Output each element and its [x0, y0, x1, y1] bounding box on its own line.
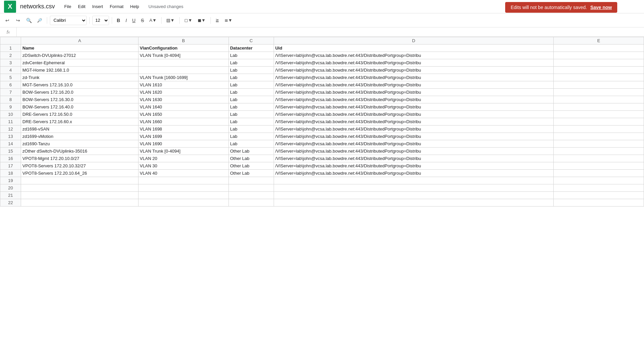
cell-e-10[interactable]	[554, 111, 644, 118]
cell-b-10[interactable]: VLAN 1650	[138, 111, 228, 118]
cell-c-9[interactable]: Lab	[228, 103, 274, 111]
cell-b-22[interactable]	[138, 199, 228, 206]
menu-format[interactable]: Format	[107, 3, 126, 10]
col-header-a[interactable]: A	[21, 37, 139, 45]
cell-d-12[interactable]: /VIServer=lab\john@vcsa.lab.bowdre.net:4…	[274, 125, 554, 133]
cell-c-5[interactable]: Lab	[228, 74, 274, 81]
cell-d-3[interactable]: /VIServer=lab\john@vcsa.lab.bowdre.net:4…	[274, 59, 554, 67]
cell-d-11[interactable]: /VIServer=lab\john@vcsa.lab.bowdre.net:4…	[274, 118, 554, 125]
fill-color-button[interactable]: ▨▼	[164, 16, 177, 25]
cell-a-22[interactable]	[21, 199, 139, 206]
cell-d-16[interactable]: /VIServer=lab\john@vcsa.lab.bowdre.net:4…	[274, 155, 554, 162]
cell-a-2[interactable]: zDSwitch-DVUplinks-27012	[21, 52, 139, 59]
col-header-d[interactable]: D	[274, 37, 554, 45]
cell-c-17[interactable]: Other Lab	[228, 162, 274, 170]
cell-a-9[interactable]: BOW-Servers 172.16.40.0	[21, 103, 139, 111]
cell-c-8[interactable]: Lab	[228, 96, 274, 103]
cell-d-2[interactable]: /VIServer=lab\john@vcsa.lab.bowdre.net:4…	[274, 52, 554, 59]
cell-b-19[interactable]	[138, 177, 228, 184]
cell-d-8[interactable]: /VIServer=lab\john@vcsa.lab.bowdre.net:4…	[274, 96, 554, 103]
menu-edit[interactable]: Edit	[75, 3, 88, 10]
cell-b-5[interactable]: VLAN Trunk [1600-1699]	[138, 74, 228, 81]
cell-e-7[interactable]	[554, 89, 644, 96]
cell-e-20[interactable]	[554, 184, 644, 192]
text-color-button[interactable]: A▼	[147, 16, 159, 25]
cell-a-3[interactable]: zdvCenter-Ephemeral	[21, 59, 139, 67]
cell-a-5[interactable]: zd-Trunk	[21, 74, 139, 81]
align-button[interactable]: ≣▼	[222, 16, 235, 25]
cell-d-21[interactable]	[274, 192, 554, 199]
cell-a-19[interactable]	[21, 177, 139, 184]
underline-button[interactable]: U	[130, 16, 137, 25]
cell-b-11[interactable]: VLAN 1660	[138, 118, 228, 125]
cell-d-20[interactable]	[274, 184, 554, 192]
spreadsheet[interactable]: A B C D E 1NameVlanConfigurationDatacent…	[0, 37, 644, 336]
cell-c-15[interactable]: Other Lab	[228, 148, 274, 155]
cell-a-21[interactable]	[21, 192, 139, 199]
italic-button[interactable]: I	[123, 16, 129, 25]
cell-e-19[interactable]	[554, 177, 644, 184]
cell-a-7[interactable]: BOW-Servers 172.16.20.0	[21, 89, 139, 96]
cell-e-22[interactable]	[554, 199, 644, 206]
cell-a-1[interactable]: Name	[21, 45, 139, 52]
cell-a-11[interactable]: DRE-Servers 172.16.60.x	[21, 118, 139, 125]
cell-e-12[interactable]	[554, 125, 644, 133]
cell-e-17[interactable]	[554, 162, 644, 170]
cell-a-10[interactable]: DRE-Servers 172.16.50.0	[21, 111, 139, 118]
cell-e-8[interactable]	[554, 96, 644, 103]
bold-button[interactable]: B	[115, 16, 122, 25]
cell-b-3[interactable]	[138, 59, 228, 67]
cell-d-17[interactable]: /VIServer=lab\john@vcsa.lab.bowdre.net:4…	[274, 162, 554, 170]
cell-b-20[interactable]	[138, 184, 228, 192]
col-header-e[interactable]: E	[554, 37, 644, 45]
menu-help[interactable]: Help	[127, 3, 142, 10]
cell-b-12[interactable]: VLAN 1698	[138, 125, 228, 133]
cell-c-14[interactable]: Lab	[228, 140, 274, 148]
cell-d-18[interactable]: /VIServer=lab\john@vcsa.lab.bowdre.net:4…	[274, 170, 554, 177]
cell-b-4[interactable]	[138, 67, 228, 74]
cell-a-13[interactable]: zd1699-vMotion	[21, 133, 139, 140]
cell-e-15[interactable]	[554, 148, 644, 155]
cell-e-4[interactable]	[554, 67, 644, 74]
cell-a-6[interactable]: MGT-Servers 172.16.10.0	[21, 81, 139, 89]
cell-e-21[interactable]	[554, 192, 644, 199]
cell-a-8[interactable]: BOW-Servers 172.16.30.0	[21, 96, 139, 103]
cell-b-8[interactable]: VLAN 1630	[138, 96, 228, 103]
cell-e-5[interactable]	[554, 74, 644, 81]
cell-d-10[interactable]: /VIServer=lab\john@vcsa.lab.bowdre.net:4…	[274, 111, 554, 118]
font-size-selector[interactable]: 10 12 14 16	[92, 16, 109, 25]
cell-a-4[interactable]: MGT-Home 192.168.1.0	[21, 67, 139, 74]
cell-b-1[interactable]: VlanConfiguration	[138, 45, 228, 52]
cell-c-22[interactable]	[228, 199, 274, 206]
cell-a-16[interactable]: VPOT8-Mgmt 172.20.10.0/27	[21, 155, 139, 162]
borders-button[interactable]: ◻▼	[182, 16, 194, 25]
font-selector[interactable]: Calibri Arial Times New Roman	[50, 16, 87, 25]
cell-d-7[interactable]: /VIServer=lab\john@vcsa.lab.bowdre.net:4…	[274, 89, 554, 96]
cell-c-21[interactable]	[228, 192, 274, 199]
cell-d-15[interactable]: /VIServer=lab\john@vcsa.lab.bowdre.net:4…	[274, 148, 554, 155]
cell-e-16[interactable]	[554, 155, 644, 162]
cell-a-14[interactable]: zd1690-Tanzu	[21, 140, 139, 148]
cell-e-9[interactable]	[554, 103, 644, 111]
cell-a-12[interactable]: zd1698-vSAN	[21, 125, 139, 133]
cell-d-14[interactable]: /VIServer=lab\john@vcsa.lab.bowdre.net:4…	[274, 140, 554, 148]
cell-b-6[interactable]: VLAN 1610	[138, 81, 228, 89]
cell-d-4[interactable]: /VIServer=lab\john@vcsa.lab.bowdre.net:4…	[274, 67, 554, 74]
cell-d-22[interactable]	[274, 199, 554, 206]
cell-e-3[interactable]	[554, 59, 644, 67]
cell-e-6[interactable]	[554, 81, 644, 89]
cell-d-5[interactable]: /VIServer=lab\john@vcsa.lab.bowdre.net:4…	[274, 74, 554, 81]
cell-e-1[interactable]	[554, 45, 644, 52]
cell-c-18[interactable]: Other Lab	[228, 170, 274, 177]
cell-b-9[interactable]: VLAN 1640	[138, 103, 228, 111]
cell-d-1[interactable]: Uid	[274, 45, 554, 52]
redo-button[interactable]: ↪	[13, 16, 23, 25]
merge-button[interactable]: ◼▼	[196, 16, 208, 25]
cell-c-19[interactable]	[228, 177, 274, 184]
cell-e-11[interactable]	[554, 118, 644, 125]
cell-d-13[interactable]: /VIServer=lab\john@vcsa.lab.bowdre.net:4…	[274, 133, 554, 140]
strikethrough-button[interactable]: S	[139, 16, 146, 25]
cell-c-12[interactable]: Lab	[228, 125, 274, 133]
cell-c-7[interactable]: Lab	[228, 89, 274, 96]
cell-b-14[interactable]: VLAN 1690	[138, 140, 228, 148]
